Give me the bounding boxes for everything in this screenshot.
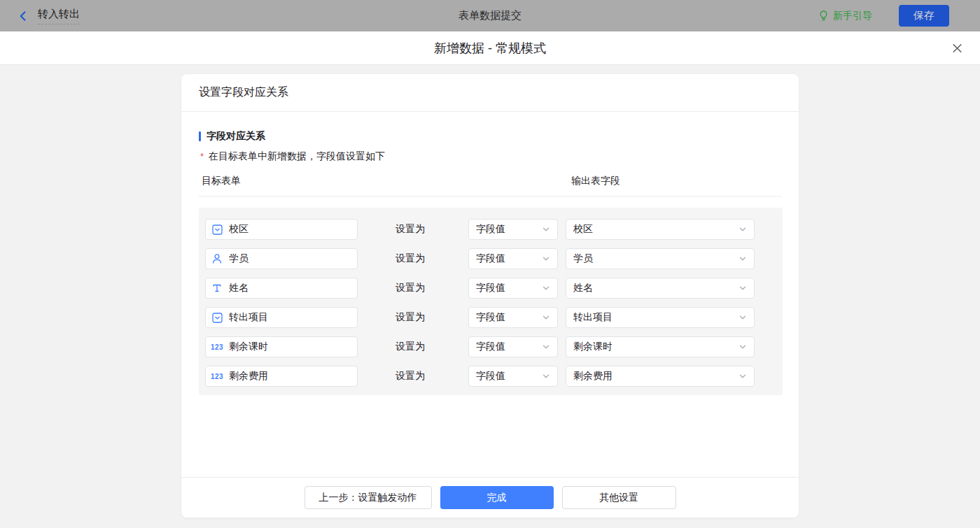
target-field-label: 剩余费用 bbox=[229, 370, 268, 383]
column-output-field: 输出表字段 bbox=[571, 175, 620, 187]
hint-text: 在目标表单中新增数据，字段值设置如下 bbox=[209, 149, 385, 163]
target-field-input[interactable]: 姓名 bbox=[205, 278, 358, 299]
chevron-down-icon bbox=[738, 255, 747, 263]
target-field-label: 剩余课时 bbox=[229, 341, 268, 353]
chevron-down-icon bbox=[542, 343, 550, 351]
chevron-down-icon bbox=[542, 225, 550, 234]
lightbulb-icon bbox=[818, 10, 829, 22]
prev-step-button[interactable]: 上一步：设置触发动作 bbox=[304, 486, 432, 509]
field-mapping-row: 姓名 设置为 字段值 姓名 bbox=[205, 278, 776, 299]
chevron-down-icon bbox=[542, 284, 550, 292]
chevron-down-icon bbox=[738, 313, 747, 322]
other-settings-button[interactable]: 其他设置 bbox=[562, 486, 676, 509]
chevron-down-icon bbox=[542, 313, 550, 322]
field-mapping-row: 校区 设置为 字段值 校区 bbox=[205, 219, 776, 240]
column-target-form: 目标表单 bbox=[202, 175, 241, 187]
top-bar: 转入转出 表单数据提交 新手引导 保存 bbox=[0, 0, 980, 31]
back-chevron-icon[interactable] bbox=[17, 10, 29, 22]
save-button[interactable]: 保存 bbox=[899, 5, 949, 27]
set-as-label: 设置为 bbox=[396, 311, 425, 324]
chevron-down-icon bbox=[738, 372, 747, 380]
select-field-icon bbox=[211, 224, 223, 235]
output-field-dropdown[interactable]: 转出项目 bbox=[566, 307, 755, 328]
topbar-right: 新手引导 保存 bbox=[818, 5, 949, 27]
card-footer: 上一步：设置触发动作 完成 其他设置 bbox=[181, 477, 799, 518]
target-field-input[interactable]: 123 剩余费用 bbox=[205, 366, 358, 387]
flow-title[interactable]: 转入转出 bbox=[38, 8, 80, 24]
chevron-down-icon bbox=[738, 284, 747, 292]
topbar-left: 转入转出 bbox=[17, 8, 80, 24]
field-mapping-row: 123 剩余课时 设置为 字段值 剩余课时 bbox=[205, 336, 776, 357]
modal-body: 设置字段对应关系 字段对应关系 * 在目标表单中新增数据，字段值设置如下 目标表… bbox=[0, 65, 980, 528]
set-as-label: 设置为 bbox=[396, 223, 425, 236]
chevron-down-icon bbox=[738, 225, 747, 234]
chevron-down-icon bbox=[542, 255, 550, 263]
section-title-row: 字段对应关系 bbox=[199, 130, 781, 143]
operator-dropdown[interactable]: 字段值 bbox=[468, 366, 558, 387]
chevron-down-icon bbox=[542, 372, 550, 380]
text-field-icon bbox=[211, 283, 223, 293]
page-title: 表单数据提交 bbox=[458, 9, 522, 22]
card-spacer bbox=[181, 395, 799, 477]
target-field-input[interactable]: 校区 bbox=[205, 219, 358, 240]
modal-title: 新增数据 - 常规模式 bbox=[434, 40, 546, 57]
done-button[interactable]: 完成 bbox=[440, 486, 554, 509]
set-as-label: 设置为 bbox=[396, 252, 425, 265]
target-field-label: 校区 bbox=[229, 223, 248, 236]
beginner-guide-link[interactable]: 新手引导 bbox=[818, 10, 872, 22]
number-field-icon: 123 bbox=[211, 373, 223, 380]
mapping-panel: 校区 设置为 字段值 校区 学员 设置为 字段值 学员 bbox=[199, 208, 783, 395]
output-field-dropdown[interactable]: 姓名 bbox=[566, 278, 755, 299]
field-mapping-row: 学员 设置为 字段值 学员 bbox=[205, 248, 776, 269]
guide-label: 新手引导 bbox=[833, 10, 872, 22]
output-field-dropdown[interactable]: 学员 bbox=[566, 248, 755, 269]
field-mapping-card: 设置字段对应关系 字段对应关系 * 在目标表单中新增数据，字段值设置如下 目标表… bbox=[181, 74, 799, 518]
chevron-down-icon bbox=[738, 343, 747, 351]
set-as-label: 设置为 bbox=[396, 282, 425, 294]
target-field-input[interactable]: 123 剩余课时 bbox=[205, 336, 358, 357]
target-field-label: 学员 bbox=[229, 252, 248, 265]
card-content: 字段对应关系 * 在目标表单中新增数据，字段值设置如下 目标表单 输出表字段 校… bbox=[181, 112, 799, 395]
set-as-label: 设置为 bbox=[396, 341, 425, 353]
hint-row: * 在目标表单中新增数据，字段值设置如下 bbox=[199, 149, 781, 164]
card-header-title: 设置字段对应关系 bbox=[181, 74, 799, 112]
operator-dropdown[interactable]: 字段值 bbox=[468, 248, 558, 269]
operator-dropdown[interactable]: 字段值 bbox=[468, 219, 558, 240]
required-asterisk: * bbox=[200, 150, 204, 164]
target-field-input[interactable]: 学员 bbox=[205, 248, 358, 269]
column-headers: 目标表单 输出表字段 bbox=[199, 175, 781, 197]
output-field-dropdown[interactable]: 剩余课时 bbox=[566, 336, 755, 357]
operator-dropdown[interactable]: 字段值 bbox=[468, 336, 558, 357]
modal-header: 新增数据 - 常规模式 bbox=[0, 31, 980, 65]
field-mapping-row: 123 剩余费用 设置为 字段值 剩余费用 bbox=[205, 366, 776, 387]
member-field-icon bbox=[211, 253, 223, 264]
target-field-input[interactable]: 转出项目 bbox=[205, 307, 358, 328]
set-as-label: 设置为 bbox=[396, 370, 425, 383]
output-field-dropdown[interactable]: 校区 bbox=[566, 219, 755, 240]
operator-dropdown[interactable]: 字段值 bbox=[468, 307, 558, 328]
close-icon[interactable] bbox=[951, 42, 963, 54]
number-field-icon: 123 bbox=[211, 343, 223, 351]
output-field-dropdown[interactable]: 剩余费用 bbox=[566, 366, 755, 387]
section-marker-bar bbox=[199, 131, 201, 141]
operator-dropdown[interactable]: 字段值 bbox=[468, 278, 558, 299]
section-title: 字段对应关系 bbox=[206, 130, 265, 143]
target-field-label: 转出项目 bbox=[229, 311, 268, 324]
select-field-icon bbox=[211, 313, 223, 323]
target-field-label: 姓名 bbox=[229, 282, 248, 294]
field-mapping-row: 转出项目 设置为 字段值 转出项目 bbox=[205, 307, 776, 328]
